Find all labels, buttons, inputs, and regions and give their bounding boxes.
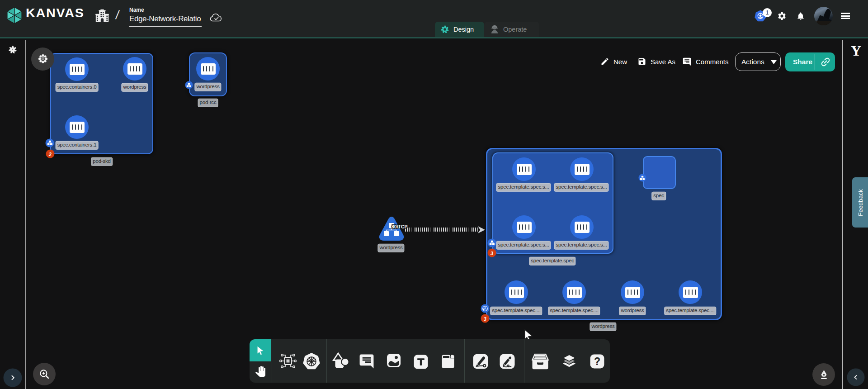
svg-text:?: ? bbox=[594, 356, 600, 367]
